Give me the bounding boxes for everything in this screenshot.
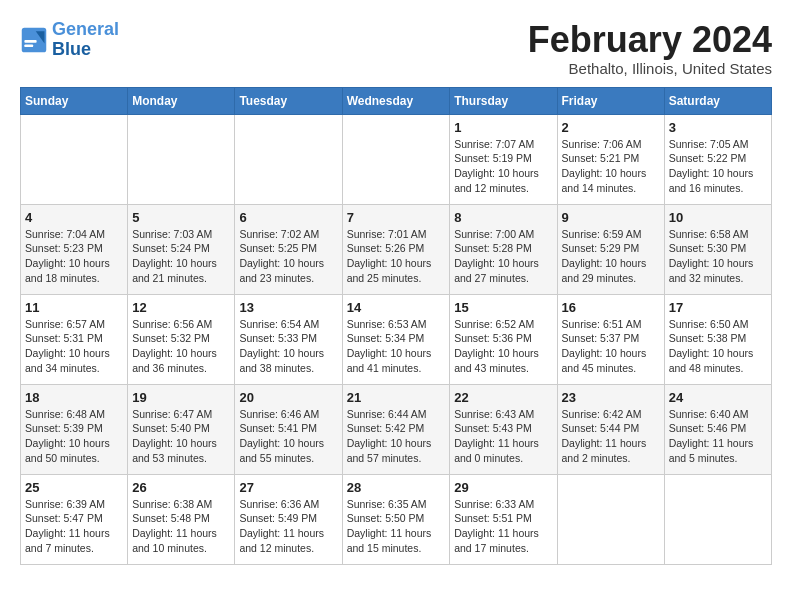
day-info: Sunrise: 7:00 AM Sunset: 5:28 PM Dayligh… [454, 227, 552, 286]
day-number: 1 [454, 120, 552, 135]
calendar-cell: 19Sunrise: 6:47 AM Sunset: 5:40 PM Dayli… [128, 384, 235, 474]
calendar-week-2: 4Sunrise: 7:04 AM Sunset: 5:23 PM Daylig… [21, 204, 772, 294]
header-cell-friday: Friday [557, 87, 664, 114]
calendar-cell: 14Sunrise: 6:53 AM Sunset: 5:34 PM Dayli… [342, 294, 450, 384]
day-info: Sunrise: 6:46 AM Sunset: 5:41 PM Dayligh… [239, 407, 337, 466]
day-number: 25 [25, 480, 123, 495]
day-number: 11 [25, 300, 123, 315]
calendar-cell [21, 114, 128, 204]
day-info: Sunrise: 6:39 AM Sunset: 5:47 PM Dayligh… [25, 497, 123, 556]
calendar-cell: 3Sunrise: 7:05 AM Sunset: 5:22 PM Daylig… [664, 114, 771, 204]
day-number: 8 [454, 210, 552, 225]
header-row: SundayMondayTuesdayWednesdayThursdayFrid… [21, 87, 772, 114]
day-number: 16 [562, 300, 660, 315]
day-info: Sunrise: 6:38 AM Sunset: 5:48 PM Dayligh… [132, 497, 230, 556]
calendar-table: SundayMondayTuesdayWednesdayThursdayFrid… [20, 87, 772, 565]
day-number: 19 [132, 390, 230, 405]
day-info: Sunrise: 7:07 AM Sunset: 5:19 PM Dayligh… [454, 137, 552, 196]
day-number: 2 [562, 120, 660, 135]
day-number: 3 [669, 120, 767, 135]
day-number: 7 [347, 210, 446, 225]
calendar-cell: 5Sunrise: 7:03 AM Sunset: 5:24 PM Daylig… [128, 204, 235, 294]
day-number: 18 [25, 390, 123, 405]
header-cell-saturday: Saturday [664, 87, 771, 114]
header-cell-thursday: Thursday [450, 87, 557, 114]
day-info: Sunrise: 6:51 AM Sunset: 5:37 PM Dayligh… [562, 317, 660, 376]
day-info: Sunrise: 6:43 AM Sunset: 5:43 PM Dayligh… [454, 407, 552, 466]
calendar-cell: 17Sunrise: 6:50 AM Sunset: 5:38 PM Dayli… [664, 294, 771, 384]
day-number: 20 [239, 390, 337, 405]
calendar-cell: 18Sunrise: 6:48 AM Sunset: 5:39 PM Dayli… [21, 384, 128, 474]
day-info: Sunrise: 7:03 AM Sunset: 5:24 PM Dayligh… [132, 227, 230, 286]
day-number: 12 [132, 300, 230, 315]
day-number: 27 [239, 480, 337, 495]
day-number: 28 [347, 480, 446, 495]
header-cell-sunday: Sunday [21, 87, 128, 114]
calendar-cell: 24Sunrise: 6:40 AM Sunset: 5:46 PM Dayli… [664, 384, 771, 474]
day-info: Sunrise: 6:50 AM Sunset: 5:38 PM Dayligh… [669, 317, 767, 376]
day-info: Sunrise: 6:40 AM Sunset: 5:46 PM Dayligh… [669, 407, 767, 466]
calendar-cell: 2Sunrise: 7:06 AM Sunset: 5:21 PM Daylig… [557, 114, 664, 204]
day-info: Sunrise: 6:44 AM Sunset: 5:42 PM Dayligh… [347, 407, 446, 466]
calendar-cell [235, 114, 342, 204]
calendar-body: 1Sunrise: 7:07 AM Sunset: 5:19 PM Daylig… [21, 114, 772, 564]
calendar-cell [342, 114, 450, 204]
calendar-cell: 21Sunrise: 6:44 AM Sunset: 5:42 PM Dayli… [342, 384, 450, 474]
calendar-cell: 27Sunrise: 6:36 AM Sunset: 5:49 PM Dayli… [235, 474, 342, 564]
logo: GeneralBlue [20, 20, 119, 60]
calendar-cell [557, 474, 664, 564]
day-info: Sunrise: 7:04 AM Sunset: 5:23 PM Dayligh… [25, 227, 123, 286]
page-subtitle: Bethalto, Illinois, United States [528, 60, 772, 77]
day-info: Sunrise: 6:48 AM Sunset: 5:39 PM Dayligh… [25, 407, 123, 466]
calendar-week-4: 18Sunrise: 6:48 AM Sunset: 5:39 PM Dayli… [21, 384, 772, 474]
calendar-cell: 29Sunrise: 6:33 AM Sunset: 5:51 PM Dayli… [450, 474, 557, 564]
calendar-cell: 16Sunrise: 6:51 AM Sunset: 5:37 PM Dayli… [557, 294, 664, 384]
day-number: 21 [347, 390, 446, 405]
day-info: Sunrise: 6:35 AM Sunset: 5:50 PM Dayligh… [347, 497, 446, 556]
day-number: 17 [669, 300, 767, 315]
day-number: 29 [454, 480, 552, 495]
day-info: Sunrise: 7:01 AM Sunset: 5:26 PM Dayligh… [347, 227, 446, 286]
calendar-cell: 15Sunrise: 6:52 AM Sunset: 5:36 PM Dayli… [450, 294, 557, 384]
day-info: Sunrise: 7:02 AM Sunset: 5:25 PM Dayligh… [239, 227, 337, 286]
day-info: Sunrise: 6:54 AM Sunset: 5:33 PM Dayligh… [239, 317, 337, 376]
calendar-cell: 20Sunrise: 6:46 AM Sunset: 5:41 PM Dayli… [235, 384, 342, 474]
calendar-cell: 22Sunrise: 6:43 AM Sunset: 5:43 PM Dayli… [450, 384, 557, 474]
day-info: Sunrise: 7:05 AM Sunset: 5:22 PM Dayligh… [669, 137, 767, 196]
day-number: 9 [562, 210, 660, 225]
calendar-week-3: 11Sunrise: 6:57 AM Sunset: 5:31 PM Dayli… [21, 294, 772, 384]
logo-text: GeneralBlue [52, 20, 119, 60]
day-info: Sunrise: 6:57 AM Sunset: 5:31 PM Dayligh… [25, 317, 123, 376]
day-info: Sunrise: 6:59 AM Sunset: 5:29 PM Dayligh… [562, 227, 660, 286]
day-info: Sunrise: 6:33 AM Sunset: 5:51 PM Dayligh… [454, 497, 552, 556]
logo-icon [20, 26, 48, 54]
day-info: Sunrise: 6:58 AM Sunset: 5:30 PM Dayligh… [669, 227, 767, 286]
calendar-cell: 1Sunrise: 7:07 AM Sunset: 5:19 PM Daylig… [450, 114, 557, 204]
calendar-cell: 4Sunrise: 7:04 AM Sunset: 5:23 PM Daylig… [21, 204, 128, 294]
calendar-cell: 10Sunrise: 6:58 AM Sunset: 5:30 PM Dayli… [664, 204, 771, 294]
header-cell-wednesday: Wednesday [342, 87, 450, 114]
calendar-cell: 9Sunrise: 6:59 AM Sunset: 5:29 PM Daylig… [557, 204, 664, 294]
calendar-cell: 6Sunrise: 7:02 AM Sunset: 5:25 PM Daylig… [235, 204, 342, 294]
day-info: Sunrise: 6:56 AM Sunset: 5:32 PM Dayligh… [132, 317, 230, 376]
day-number: 13 [239, 300, 337, 315]
calendar-week-1: 1Sunrise: 7:07 AM Sunset: 5:19 PM Daylig… [21, 114, 772, 204]
day-number: 24 [669, 390, 767, 405]
day-info: Sunrise: 6:42 AM Sunset: 5:44 PM Dayligh… [562, 407, 660, 466]
title-area: February 2024 Bethalto, Illinois, United… [528, 20, 772, 77]
day-info: Sunrise: 6:47 AM Sunset: 5:40 PM Dayligh… [132, 407, 230, 466]
calendar-cell [128, 114, 235, 204]
day-number: 15 [454, 300, 552, 315]
page-title: February 2024 [528, 20, 772, 60]
day-info: Sunrise: 6:36 AM Sunset: 5:49 PM Dayligh… [239, 497, 337, 556]
calendar-cell: 7Sunrise: 7:01 AM Sunset: 5:26 PM Daylig… [342, 204, 450, 294]
day-number: 4 [25, 210, 123, 225]
calendar-cell: 26Sunrise: 6:38 AM Sunset: 5:48 PM Dayli… [128, 474, 235, 564]
calendar-cell: 13Sunrise: 6:54 AM Sunset: 5:33 PM Dayli… [235, 294, 342, 384]
page-header: GeneralBlue February 2024 Bethalto, Illi… [20, 20, 772, 77]
calendar-cell: 23Sunrise: 6:42 AM Sunset: 5:44 PM Dayli… [557, 384, 664, 474]
day-number: 26 [132, 480, 230, 495]
calendar-header: SundayMondayTuesdayWednesdayThursdayFrid… [21, 87, 772, 114]
day-info: Sunrise: 6:53 AM Sunset: 5:34 PM Dayligh… [347, 317, 446, 376]
day-info: Sunrise: 7:06 AM Sunset: 5:21 PM Dayligh… [562, 137, 660, 196]
